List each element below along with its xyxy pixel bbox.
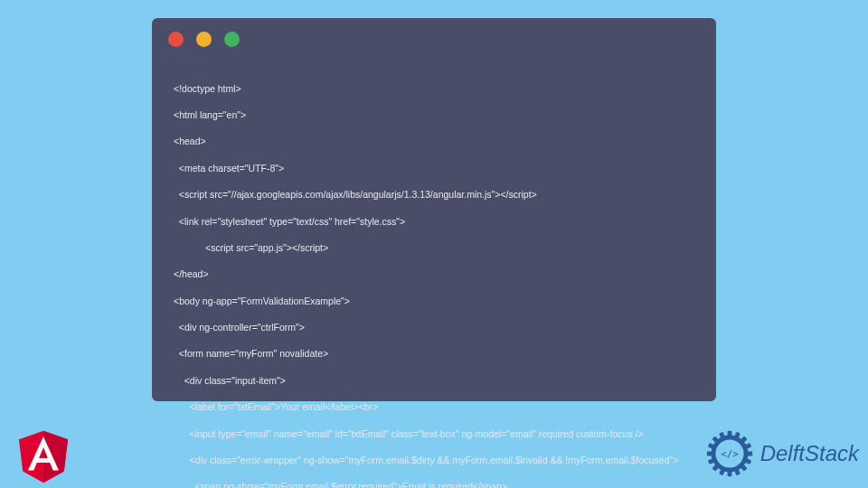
code-line: <form name="myForm" novalidate>	[174, 347, 694, 361]
delftstack-logo: </> DelftStack	[703, 427, 859, 481]
code-line: <!doctype html>	[174, 82, 694, 96]
code-line: </head>	[174, 267, 694, 281]
svg-marker-1	[43, 431, 68, 483]
code-window: <!doctype html> <html lang="en"> <head> …	[152, 18, 716, 401]
angular-logo-icon	[11, 423, 76, 488]
svg-rect-5	[706, 452, 713, 456]
window-titlebar	[152, 18, 716, 60]
code-line: <meta charset="UTF-8">	[174, 162, 694, 175]
svg-rect-6	[744, 452, 751, 456]
code-line: <span ng-show="myForm.email.$error.requi…	[174, 480, 694, 488]
svg-rect-3	[727, 431, 731, 438]
svg-rect-4	[727, 469, 731, 476]
code-line: <label for="txtEmail">Your email</label>…	[174, 400, 694, 414]
code-line: <div class="error-wrapper" ng-show="myFo…	[174, 454, 694, 467]
code-line: <head>	[174, 135, 694, 148]
maximize-icon[interactable]	[224, 32, 240, 47]
svg-text:</>: </>	[721, 448, 739, 460]
gear-icon: </>	[703, 427, 757, 481]
code-line: <script src="app.js"></script>	[174, 241, 694, 255]
code-line: <script src="//ajax.googleapis.com/ajax/…	[174, 188, 694, 202]
code-line: <input type="email" name="email" id="txt…	[174, 427, 694, 441]
code-line: <div class="input-item">	[174, 374, 694, 388]
code-line: <div ng-controller="ctrlForm">	[174, 321, 694, 334]
code-line: <link rel="stylesheet" type="text/css" h…	[174, 215, 694, 229]
minimize-icon[interactable]	[196, 32, 212, 47]
brand-name: DelftStack	[760, 441, 859, 466]
code-block: <!doctype html> <html lang="en"> <head> …	[152, 60, 716, 488]
code-line: <body ng-app="FormValidationExample">	[174, 295, 694, 308]
code-line: <html lang="en">	[174, 108, 694, 122]
close-icon[interactable]	[168, 32, 184, 47]
